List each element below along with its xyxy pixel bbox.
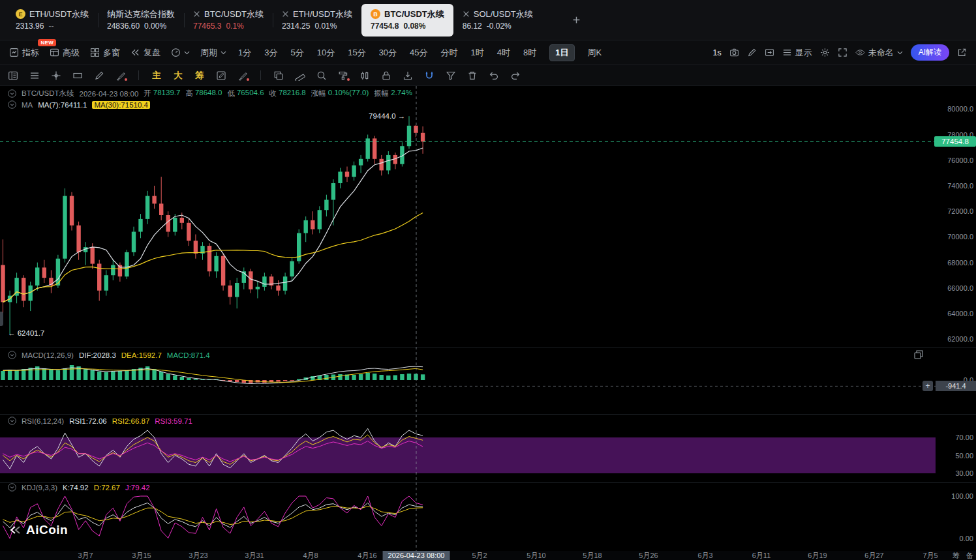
- marker-tool-button[interactable]: [236, 69, 249, 82]
- legend-time: 2026-04-23 08:00: [80, 90, 139, 98]
- restore-panel-icon[interactable]: [913, 349, 924, 360]
- symbol-tab-1[interactable]: EETH/USDT永续 2313.96--: [7, 4, 98, 37]
- pencil-tool-button[interactable]: [93, 69, 106, 82]
- pencil-tool-icon: [94, 70, 104, 81]
- share-button[interactable]: [957, 48, 967, 57]
- symbol-tab-4[interactable]: ETH/USDT永续 2314.250.01%: [273, 4, 361, 37]
- enlarge-chart-button[interactable]: 大: [172, 69, 185, 82]
- macd-crosshair-value: -941.4: [936, 381, 976, 391]
- add-indicator-button[interactable]: +: [923, 381, 933, 391]
- lock-tool-button[interactable]: [380, 69, 393, 82]
- close-tab-icon[interactable]: [282, 10, 289, 18]
- symbol-tab-2[interactable]: 纳斯达克综合指数 24836.600.00%: [98, 4, 184, 37]
- interval-1分-button[interactable]: 1分: [238, 47, 251, 59]
- ai-analysis-button[interactable]: AI解读: [911, 44, 949, 61]
- replay-button[interactable]: 复盘: [130, 47, 160, 59]
- settings-button[interactable]: [820, 48, 830, 57]
- note-tool-button[interactable]: 备: [966, 551, 973, 560]
- delete-tool-button[interactable]: [466, 69, 479, 82]
- period-dropdown[interactable]: 周期: [200, 47, 226, 59]
- rsi-name: RSI(6,12,24): [22, 417, 64, 425]
- left-scroll-handle[interactable]: [0, 312, 3, 326]
- interval-5分-button[interactable]: 5分: [290, 47, 303, 59]
- add-tab-button[interactable]: [570, 13, 584, 27]
- zoom-tool-button[interactable]: [315, 69, 328, 82]
- format-painter-button[interactable]: [337, 69, 350, 82]
- interval-8时-button[interactable]: 8时: [523, 47, 536, 59]
- time-tick: 5月26: [639, 551, 658, 560]
- main-chart-button[interactable]: 主: [150, 69, 163, 82]
- corner-tools: 筹 备: [953, 551, 973, 560]
- toolbar-separator: [138, 70, 139, 80]
- interval-1时-button[interactable]: 1时: [471, 47, 484, 59]
- time-tick: 6月11: [752, 551, 771, 560]
- layout-name-label: 未命名: [868, 47, 894, 59]
- rsi-tick: 30.00: [955, 469, 973, 477]
- price-tick: 62000.0: [947, 335, 973, 343]
- dea-value: DEA:1592.7: [121, 351, 162, 359]
- collapse-rsi-icon[interactable]: [8, 417, 16, 425]
- candlestick-chart[interactable]: [0, 86, 976, 551]
- magnet-tool-button[interactable]: [423, 69, 436, 82]
- gauge-icon: [171, 48, 181, 57]
- interval-3分-button[interactable]: 3分: [264, 47, 277, 59]
- indicator-button[interactable]: 指标 NEW: [9, 47, 39, 59]
- display-settings-button[interactable]: 显示: [782, 47, 812, 59]
- toolbar-separator: [260, 70, 261, 80]
- interval-10分-button[interactable]: 10分: [317, 47, 335, 59]
- collapse-main-panel-icon[interactable]: [8, 89, 16, 98]
- collapse-macd-icon[interactable]: [8, 351, 16, 359]
- collapse-kdj-icon[interactable]: [8, 483, 16, 492]
- interval-周K-button[interactable]: 周K: [588, 47, 602, 59]
- tab-price: 86.12: [463, 22, 482, 31]
- chip-distribution-button[interactable]: 筹: [193, 69, 206, 82]
- lock-tool-icon: [381, 70, 391, 81]
- measure-tool-button[interactable]: [294, 69, 307, 82]
- interval-4时-button[interactable]: 4时: [497, 47, 510, 59]
- ma-name: MA: [22, 101, 33, 109]
- undo-button[interactable]: [487, 69, 500, 82]
- interval-45分-button[interactable]: 45分: [410, 47, 427, 59]
- copy-tool-button[interactable]: [272, 69, 285, 82]
- multi-window-button[interactable]: 多窗: [90, 47, 120, 59]
- filter-tool-button[interactable]: [444, 69, 457, 82]
- list-icon: [782, 48, 792, 57]
- interval-分时-button[interactable]: 分时: [441, 47, 458, 59]
- price-tick: 80000.0: [947, 105, 973, 113]
- close-tab-icon[interactable]: [193, 10, 200, 18]
- advanced-button[interactable]: 高级: [50, 47, 80, 59]
- chip-tool-button[interactable]: 筹: [953, 551, 960, 560]
- panel-layout-button[interactable]: [7, 69, 20, 82]
- symbol-tab-5[interactable]: BBTC/USDT永续 77454.80.08%: [361, 4, 453, 37]
- export-tool-button[interactable]: [401, 69, 414, 82]
- interval-15分-button[interactable]: 15分: [348, 47, 365, 59]
- chart-area[interactable]: BTC/USDT永续 2026-04-23 08:00 开78139.7 高78…: [0, 86, 976, 551]
- symbol-tab-6[interactable]: SOL/USDT永续 86.12-0.02%: [453, 4, 542, 37]
- rsi-tick: 50.00: [955, 452, 973, 460]
- edit-button[interactable]: [747, 48, 757, 57]
- kline-style-button[interactable]: [358, 69, 371, 82]
- time-tick: 4月8: [303, 551, 318, 560]
- time-axis[interactable]: 2026-04-23 08:00 筹 备 3月73月153月233月314月84…: [0, 551, 976, 560]
- menu-button[interactable]: [28, 69, 41, 82]
- fullscreen-button[interactable]: [838, 48, 847, 57]
- layout-select[interactable]: 未命名: [855, 47, 903, 59]
- tick-speed-button[interactable]: 1s: [712, 48, 721, 57]
- speed-gauge-button[interactable]: [171, 48, 190, 57]
- annotation-tool-button[interactable]: [215, 69, 228, 82]
- multi-window-icon: [90, 48, 100, 57]
- popout-button[interactable]: [765, 48, 774, 57]
- symbol-tab-3[interactable]: BTC/USDT永续 77465.30.1%: [184, 4, 273, 37]
- screenshot-button[interactable]: [729, 48, 739, 57]
- collapse-ma-icon[interactable]: [8, 100, 16, 109]
- tab-change: 0.08%: [403, 22, 425, 31]
- tab-price: 24836.60: [107, 22, 140, 31]
- chevron-down-icon: [184, 51, 190, 55]
- interval-30分-button[interactable]: 30分: [379, 47, 397, 59]
- close-tab-icon[interactable]: [463, 10, 470, 18]
- brush-tool-button[interactable]: [114, 69, 127, 82]
- interval-1日-button[interactable]: 1日: [549, 44, 574, 61]
- rectangle-tool-button[interactable]: [71, 69, 84, 82]
- redo-button[interactable]: [509, 69, 522, 82]
- crosshair-tool-button[interactable]: [50, 69, 63, 82]
